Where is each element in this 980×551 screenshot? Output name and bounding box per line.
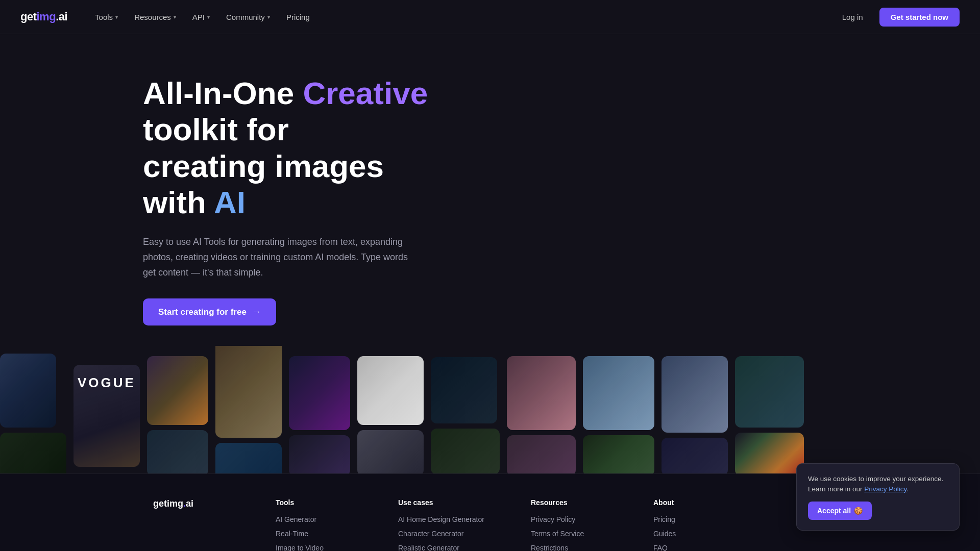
footer-link-realistic-generator[interactable]: Realistic Generator — [398, 544, 459, 551]
gallery-col-1 — [0, 354, 66, 474]
gallery-image-pink-room — [507, 356, 576, 430]
nav-label-tools: Tools — [95, 13, 113, 21]
gallery-col-9 — [583, 356, 654, 474]
headline-creative: Creative — [303, 76, 428, 111]
footer-logo: getimg.ai — [153, 498, 255, 509]
gallery-col-5 — [289, 356, 350, 474]
footer-link-restrictions[interactable]: Restrictions — [531, 544, 568, 551]
footer-link-home-design[interactable]: AI Home Design Generator — [398, 515, 484, 523]
vogue-text: VOGUE — [74, 375, 140, 391]
headline-ai: AI — [214, 185, 246, 220]
gallery-image-balloons — [735, 433, 804, 474]
nav-label-community: Community — [226, 13, 265, 21]
cookie-banner: We use cookies to improve your experienc… — [796, 463, 960, 531]
footer-col-use-cases: Use cases AI Home Design Generator Chara… — [398, 498, 510, 551]
gallery-image-alien — [147, 430, 208, 474]
nav-label-api: API — [192, 13, 205, 21]
footer-heading-use-cases: Use cases — [398, 498, 510, 507]
footer-link-pricing[interactable]: Pricing — [653, 515, 675, 523]
footer-link-guides[interactable]: Guides — [653, 530, 676, 538]
gallery-col-8 — [507, 356, 576, 474]
headline-part2: toolkit forcreating images with — [143, 112, 384, 220]
footer-link-faq[interactable]: FAQ — [653, 544, 668, 551]
gallery-image-sphere — [147, 356, 208, 425]
chevron-down-icon: ▾ — [115, 14, 118, 20]
cookie-emoji: 🍪 — [854, 507, 863, 515]
chevron-down-icon: ▾ — [207, 14, 210, 20]
privacy-policy-link[interactable]: Privacy Policy — [864, 485, 906, 493]
gallery-image-interior — [215, 346, 282, 438]
headline-part1: All-In-One — [143, 76, 303, 111]
footer-link-character-generator[interactable]: Character Generator — [398, 530, 463, 538]
accept-cookies-button[interactable]: Accept all 🍪 — [808, 502, 872, 520]
navbar: getimg.ai Tools ▾ Resources ▾ API ▾ Comm… — [0, 0, 980, 34]
gallery-image-robot2 — [735, 356, 804, 428]
arrow-icon: → — [252, 307, 261, 317]
nav-links: Tools ▾ Resources ▾ API ▾ Community ▾ Pr… — [88, 9, 834, 26]
nav-item-resources[interactable]: Resources ▾ — [127, 9, 183, 26]
gallery-col-2: VOGUE — [74, 365, 140, 467]
footer-link-terms-of-service[interactable]: Terms of Service — [531, 530, 584, 538]
gallery-image-garden — [583, 435, 654, 474]
gallery-image-sci — [289, 356, 350, 430]
chevron-down-icon: ▾ — [267, 14, 270, 20]
footer-link-ai-generator[interactable]: AI Generator — [276, 515, 316, 523]
footer-link-privacy-policy[interactable]: Privacy Policy — [531, 515, 575, 523]
accept-label: Accept all — [817, 507, 851, 515]
cta-label: Start creating for free — [158, 307, 247, 317]
gallery-image-vogue: VOGUE — [74, 365, 140, 467]
nav-label-resources: Resources — [134, 13, 171, 21]
gallery-image-head-draw — [357, 356, 424, 425]
footer-heading-tools: Tools — [276, 498, 378, 507]
nav-item-api[interactable]: API ▾ — [185, 9, 217, 26]
gallery-image-head-grey — [357, 430, 424, 474]
site-logo[interactable]: getimg.ai — [20, 10, 67, 23]
gallery-image-face-dark — [0, 433, 66, 474]
gallery-col-4 — [215, 346, 282, 473]
footer-link-image-to-video[interactable]: Image to Video — [276, 544, 324, 551]
get-started-button[interactable]: Get started now — [879, 8, 960, 27]
footer-heading-resources: Resources — [531, 498, 633, 507]
gallery-image-alien-dark — [431, 357, 497, 423]
gallery-image-space2 — [662, 438, 728, 474]
gallery-strip: VOGUE — [0, 346, 980, 473]
chevron-down-icon: ▾ — [174, 14, 176, 20]
gallery-col-10 — [662, 356, 728, 474]
footer-link-real-time[interactable]: Real-Time — [276, 530, 308, 538]
nav-item-pricing[interactable]: Pricing — [279, 9, 317, 26]
hero-content: All-In-One Creative toolkit forcreating … — [0, 34, 459, 346]
footer-col-resources: Resources Privacy Policy Terms of Servic… — [531, 498, 633, 551]
gallery-col-7 — [431, 357, 500, 473]
nav-label-pricing: Pricing — [286, 13, 310, 21]
hero-section: All-In-One Creative toolkit forcreating … — [0, 34, 980, 473]
footer-logo-col: getimg.ai — [153, 498, 255, 551]
gallery-image-misty — [431, 429, 500, 473]
footer-col-tools: Tools AI Generator Real-Time Image to Vi… — [276, 498, 378, 551]
gallery-image-sci2 — [289, 435, 350, 474]
hero-subtext: Easy to use AI Tools for generating imag… — [143, 235, 408, 280]
gallery-image-pink-small — [507, 435, 576, 474]
gallery-image-robot — [215, 443, 282, 474]
cookie-message: We use cookies to improve your experienc… — [808, 474, 948, 495]
nav-item-tools[interactable]: Tools ▾ — [88, 9, 125, 26]
gallery-col-3 — [147, 356, 208, 474]
hero-headline: All-In-One Creative toolkit forcreating … — [143, 75, 439, 220]
footer-grid: getimg.ai Tools AI Generator Real-Time I… — [153, 498, 827, 551]
gallery-image-face-woman — [0, 354, 56, 428]
login-button[interactable]: Log in — [834, 9, 871, 26]
gallery-col-11 — [735, 356, 804, 474]
gallery-image-floating — [583, 356, 654, 430]
footer-col-about: About Pricing Guides FAQ — [653, 498, 745, 551]
gallery-col-6 — [357, 356, 424, 474]
start-creating-button[interactable]: Start creating for free → — [143, 298, 276, 325]
gallery-image-space-girl — [662, 356, 728, 433]
footer-heading-about: About — [653, 498, 745, 507]
nav-item-community[interactable]: Community ▾ — [219, 9, 277, 26]
nav-right: Log in Get started now — [834, 8, 960, 27]
